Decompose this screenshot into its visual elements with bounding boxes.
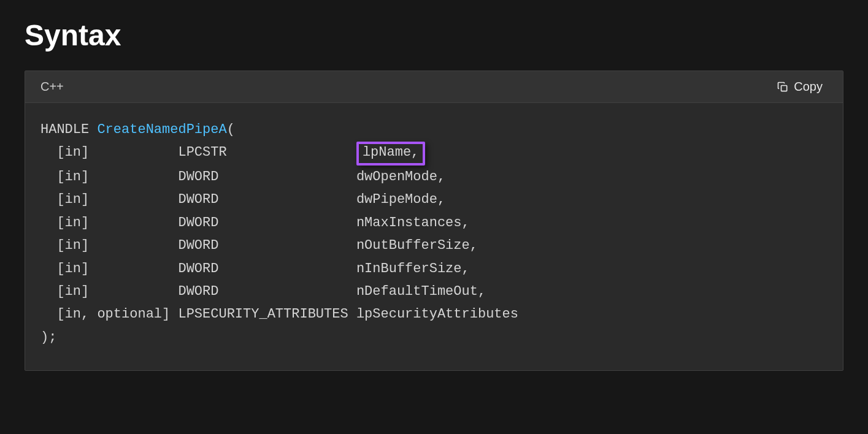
copy-button[interactable]: Copy xyxy=(772,77,828,96)
param-line: [in] DWORD nDefaultTimeOut, xyxy=(40,280,828,303)
copy-icon xyxy=(777,81,789,93)
code-block: C++ Copy HANDLE CreateNamedPipeA( [in] L… xyxy=(25,70,843,371)
code-line: ); xyxy=(40,326,828,349)
code-header: C++ Copy xyxy=(25,71,843,103)
param-line: [in] DWORD dwOpenMode, xyxy=(40,166,828,188)
code-language-label: C++ xyxy=(40,80,64,94)
param-line: [in] DWORD nMaxInstances, xyxy=(40,211,828,234)
copy-button-label: Copy xyxy=(794,80,823,94)
section-heading: Syntax xyxy=(25,18,843,52)
param-line: [in] DWORD nInBufferSize, xyxy=(40,257,828,280)
param-line: [in] DWORD dwPipeMode, xyxy=(40,188,828,211)
code-line: HANDLE CreateNamedPipeA( xyxy=(40,118,828,141)
highlighted-param: lpName, xyxy=(356,142,425,166)
svg-rect-0 xyxy=(782,85,787,91)
param-line: [in] DWORD nOutBufferSize, xyxy=(40,234,828,257)
function-name: CreateNamedPipeA xyxy=(97,122,226,137)
code-body[interactable]: HANDLE CreateNamedPipeA( [in] LPCSTR lpN… xyxy=(25,103,843,370)
param-line: [in] LPCSTR lpName, xyxy=(40,141,828,166)
param-line: [in, optional] LPSECURITY_ATTRIBUTES lpS… xyxy=(40,303,828,326)
